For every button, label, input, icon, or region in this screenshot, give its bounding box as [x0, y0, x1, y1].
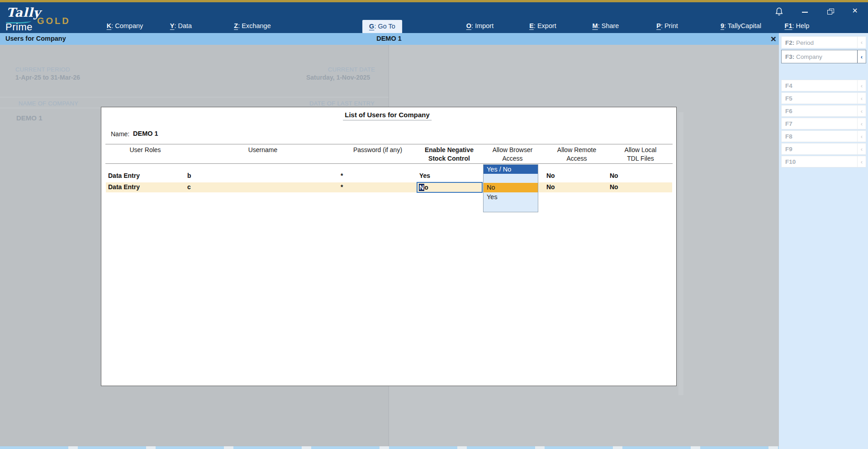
close-window-button[interactable]: ×	[850, 5, 860, 15]
chevron-left-icon: ‹	[857, 37, 866, 48]
menu-item-import[interactable]: O: Import	[466, 22, 493, 29]
chevron-left-icon: ‹	[857, 50, 866, 63]
text-cursor-block: N	[419, 184, 424, 191]
column-header-allow-browser-access: Allow Browser Access	[493, 146, 533, 163]
chevron-left-icon: ‹	[857, 156, 866, 167]
background-scrollbar-strip	[678, 112, 683, 395]
chevron-left-icon: ‹	[857, 118, 866, 129]
dropdown-option-yes[interactable]: Yes	[484, 192, 538, 202]
menu-item-exchange[interactable]: Z: Exchange	[234, 22, 270, 29]
chevron-left-icon: ‹	[857, 143, 866, 154]
date-of-last-entry-label: DATE OF LAST ENTRY	[309, 100, 375, 107]
row2-username: c	[187, 183, 191, 191]
row1-password-mask: *	[341, 172, 343, 179]
screen-close-button[interactable]: ×	[768, 33, 779, 45]
column-header-username: Username	[248, 146, 278, 154]
row2-remote-access-value: No	[546, 183, 555, 191]
top-menu-bar: Tally Prime GOLD K: Company Y: Data Z: E…	[0, 2, 868, 33]
current-period-value: 1-Apr-25 to 31-Mar-26	[15, 74, 80, 81]
background-company-name: DEMO 1	[16, 114, 43, 122]
edit-field-text: o	[424, 184, 428, 191]
row1-remote-access-value: No	[546, 172, 555, 179]
menu-item-tallycapital[interactable]: 9: TallyCapital	[721, 22, 761, 29]
dropdown-header: Yes / No	[484, 165, 538, 174]
sidebar-button-f3-company[interactable]: F3: Company ‹	[781, 50, 866, 63]
row2-local-tdl-value: No	[610, 183, 618, 191]
logo-tally-script: Tally	[6, 5, 41, 19]
chevron-left-icon: ‹	[857, 93, 866, 104]
name-of-company-label: NAME OF COMPANY	[19, 100, 78, 107]
row2-password-mask: *	[341, 183, 343, 191]
screen-title-band: Users for Company DEMO 1 ×	[0, 33, 779, 45]
current-date-label: CURRENT DATE	[328, 66, 375, 73]
dialog-name-label: Name:	[111, 130, 129, 138]
background-divider-line	[0, 97, 389, 97]
screen-title: Users for Company	[5, 35, 66, 42]
column-header-user-roles: User Roles	[129, 146, 161, 154]
current-date-value: Saturday, 1-Nov-2025	[306, 74, 370, 81]
row1-username: b	[187, 172, 191, 179]
table-header-top-line	[105, 144, 673, 144]
restore-button[interactable]	[825, 6, 835, 16]
sidebar-button-f5[interactable]: F5 ‹	[781, 92, 866, 104]
function-key-sidebar: F2: Period ‹ F3: Company ‹ F4 ‹ F5 ‹ F6 …	[779, 33, 868, 449]
logo-product-name: Prime	[5, 21, 33, 33]
sidebar-button-f7[interactable]: F7 ‹	[781, 118, 866, 129]
menu-item-share[interactable]: M: Share	[593, 22, 619, 29]
sidebar-button-f10[interactable]: F10 ‹	[781, 156, 866, 167]
list-of-users-dialog: List of Users for Company Name: DEMO 1 U…	[101, 107, 677, 386]
sidebar-button-f9[interactable]: F9 ‹	[781, 143, 866, 155]
dialog-title: List of Users for Company	[343, 111, 432, 120]
chevron-left-icon: ‹	[857, 131, 866, 142]
logo-edition-badge: GOLD	[37, 16, 71, 26]
menu-item-company[interactable]: K: Company	[107, 22, 143, 29]
menu-item-export[interactable]: E: Export	[529, 22, 556, 29]
sidebar-button-f2-period[interactable]: F2: Period ‹	[781, 36, 866, 48]
chevron-left-icon: ‹	[857, 80, 866, 91]
menu-item-print[interactable]: P: Print	[656, 22, 678, 29]
row2-user-role: Data Entry	[108, 183, 140, 191]
column-header-enable-negative-stock: Enable Negative Stock Control	[425, 146, 474, 163]
yes-no-dropdown: Yes / No No Yes	[483, 164, 538, 212]
minimize-icon	[802, 12, 808, 13]
dropdown-spacer	[484, 174, 538, 183]
restore-icon	[827, 9, 833, 14]
bell-glyph	[775, 7, 783, 16]
dropdown-option-no[interactable]: No	[484, 183, 538, 192]
dialog-name-value: DEMO 1	[133, 130, 158, 137]
tallyprime-window: Tally Prime GOLD K: Company Y: Data Z: E…	[0, 0, 868, 449]
row1-user-role: Data Entry	[108, 172, 140, 179]
menu-item-help[interactable]: F1: Help	[785, 22, 810, 29]
sidebar-button-f8[interactable]: F8 ‹	[781, 130, 866, 142]
negative-stock-edit-field[interactable]: No	[417, 182, 483, 193]
close-icon: ×	[852, 6, 858, 15]
current-period-label: CURRENT PERIOD	[15, 66, 70, 73]
column-header-allow-local-tdl: Allow Local TDL Files	[625, 146, 657, 163]
sidebar-button-f6[interactable]: F6 ‹	[781, 105, 866, 117]
menu-item-go-to[interactable]: G: Go To	[362, 20, 402, 33]
column-header-password: Password (if any)	[353, 146, 402, 154]
chevron-left-icon: ‹	[857, 105, 866, 116]
row1-local-tdl-value: No	[610, 172, 618, 179]
row1-negative-stock-value: Yes	[419, 172, 430, 179]
notification-bell-icon[interactable]	[774, 6, 784, 16]
menu-item-data[interactable]: Y: Data	[170, 22, 192, 29]
sidebar-button-f4[interactable]: F4 ‹	[781, 80, 866, 91]
tally-prime-logo: Tally Prime GOLD	[5, 4, 77, 33]
column-header-allow-remote-access: Allow Remote Access	[557, 146, 596, 163]
screen-company-name: DEMO 1	[376, 35, 402, 42]
minimize-button[interactable]	[800, 7, 810, 17]
bottom-button-bar	[0, 446, 779, 449]
table-header-bottom-line	[105, 163, 673, 164]
